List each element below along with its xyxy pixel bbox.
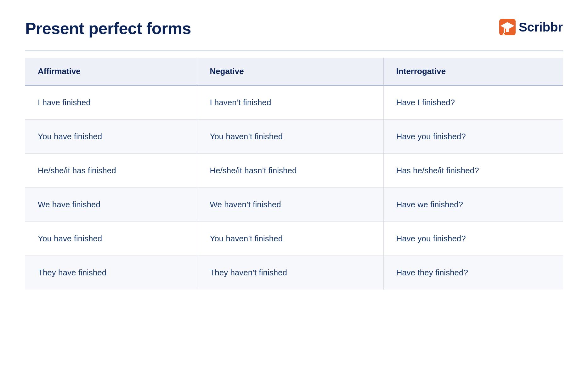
scribbr-logo-icon [499, 19, 516, 35]
cell-interrogative: Have I finished? [383, 85, 563, 120]
cell-affirmative: They have finished [25, 256, 197, 290]
cell-affirmative: He/she/it has finished [25, 154, 197, 188]
logo-text: Scribbr [519, 20, 563, 34]
cell-interrogative: Have you finished? [383, 120, 563, 154]
table-row: You have finishedYou haven’t finishedHav… [25, 120, 563, 154]
cell-affirmative: You have finished [25, 222, 197, 256]
col-interrogative: Interrogative [383, 58, 563, 85]
header-divider [25, 50, 563, 51]
col-negative: Negative [197, 58, 383, 85]
logo: Scribbr [499, 19, 563, 35]
table-row: I have finishedI haven’t finishedHave I … [25, 85, 563, 120]
cell-affirmative: We have finished [25, 188, 197, 222]
cell-interrogative: Has he/she/it finished? [383, 154, 563, 188]
cell-negative: You haven’t finished [197, 120, 383, 154]
svg-rect-3 [504, 28, 505, 33]
cell-interrogative: Have we finished? [383, 188, 563, 222]
cell-affirmative: You have finished [25, 120, 197, 154]
cell-negative: They haven’t finished [197, 256, 383, 290]
table-row: You have finishedYou haven’t finishedHav… [25, 222, 563, 256]
col-affirmative: Affirmative [25, 58, 197, 85]
cell-affirmative: I have finished [25, 85, 197, 120]
cell-interrogative: Have they finished? [383, 256, 563, 290]
grammar-table: Affirmative Negative Interrogative I hav… [25, 58, 563, 290]
table-row: He/she/it has finishedHe/she/it hasn’t f… [25, 154, 563, 188]
table-body: I have finishedI haven’t finishedHave I … [25, 85, 563, 290]
cell-negative: We haven’t finished [197, 188, 383, 222]
table-header: Affirmative Negative Interrogative [25, 58, 563, 85]
page-title: Present perfect forms [25, 19, 191, 38]
svg-rect-2 [506, 29, 509, 32]
table-row: We have finishedWe haven’t finishedHave … [25, 188, 563, 222]
cell-negative: He/she/it hasn’t finished [197, 154, 383, 188]
table-row: They have finishedThey haven’t finishedH… [25, 256, 563, 290]
cell-negative: I haven’t finished [197, 85, 383, 120]
page-header: Present perfect forms Scribbr [25, 19, 563, 38]
cell-interrogative: Have you finished? [383, 222, 563, 256]
header-row: Affirmative Negative Interrogative [25, 58, 563, 85]
cell-negative: You haven’t finished [197, 222, 383, 256]
